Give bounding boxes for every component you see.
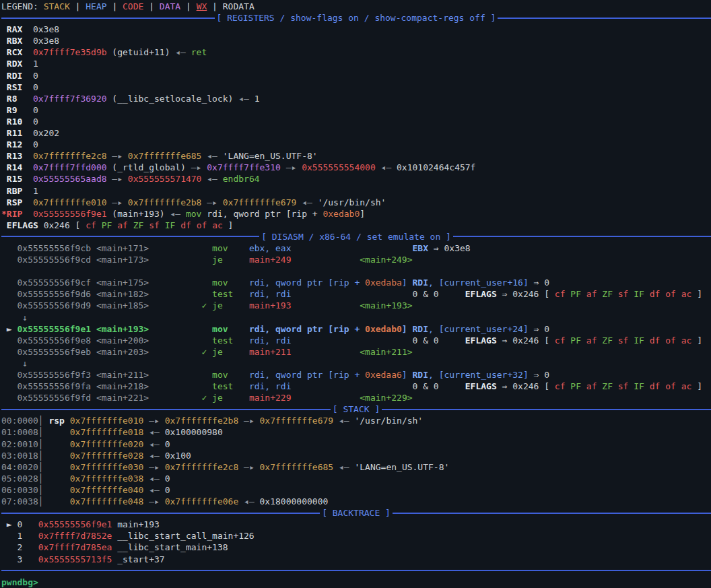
text-token: 0x55555556f9e1 (33, 209, 107, 219)
text-token: 'LANG=en_US.UTF-8' (354, 462, 449, 472)
text-token: 0x7fffffffe2c8 (33, 151, 107, 161)
text-token (149, 289, 212, 299)
text-token: ] (360, 209, 365, 219)
text-token (1, 370, 17, 380)
stack-line: 07:0038│ 0x7fffffffe048 —▸ 0x7fffffffe06… (1, 496, 711, 507)
disasm-line: 0x55555556f9cf <main+175> mov rdi, qword… (1, 277, 711, 288)
text-token: │ (38, 439, 70, 449)
text-token: R11 (1, 128, 33, 138)
section-header-stack: [ STACK ] (1, 403, 711, 415)
text-token: 0x7fffffffe679 (260, 416, 334, 426)
text-token (1, 255, 17, 265)
text-token: IF (165, 220, 180, 230)
prompt-label[interactable]: pwndbg> (1, 577, 38, 587)
text-token: *RIP (1, 209, 33, 219)
text-token (223, 347, 249, 357)
text-token (228, 277, 249, 288)
text-token: <main+182> (91, 289, 149, 299)
disasm-line: 0x55555556f9e8 <main+200> test rdi, rdi … (1, 335, 711, 346)
text-token: 0x3e8 (33, 36, 59, 46)
registers-line: RCX 0x7ffff7e35d9b (getuid+11) ◂— ret (1, 46, 711, 58)
text-token: ] (402, 370, 407, 380)
text-token: 0xedaa6 (365, 370, 402, 380)
stack-line: 02:0010│ 0x7fffffffe020 ◂— 0 (1, 438, 711, 450)
text-token: ◂— (333, 416, 354, 426)
text-token: 0x7fffffffe018 (70, 427, 144, 437)
text-token (149, 393, 201, 403)
text-token: │ (38, 473, 70, 484)
registers-line: R11 0x202 (1, 127, 711, 139)
text-token: cf (555, 289, 570, 299)
text-token: cf (555, 335, 570, 346)
text-token: ◂— (143, 451, 164, 461)
text-token: <main+193> (91, 324, 149, 334)
text-token: 0x7ffff7e35d9b (33, 47, 107, 57)
text-token (149, 324, 212, 334)
text-token: ] (691, 335, 702, 346)
text-token: 0x55555556f9cd (17, 255, 91, 265)
stack-line: 00:0000│ rsp 0x7fffffffe010 —▸ 0x7ffffff… (1, 415, 711, 426)
text-token: (_rtld_global) (107, 162, 191, 172)
text-token: <main+171> (91, 243, 149, 253)
text-token (1, 243, 17, 253)
text-token: sf (618, 381, 634, 391)
text-token: <main+221> (91, 393, 149, 403)
text-token: RBX (1, 36, 33, 46)
text-token: 0 (17, 519, 38, 529)
text-token (1, 277, 17, 288)
text-token: | (143, 1, 159, 11)
section-title: [ DISASM / x86-64 / set emulate on ] (259, 232, 453, 242)
text-token: 0 (33, 105, 38, 115)
text-token: R12 (1, 139, 33, 150)
text-token (1, 300, 17, 311)
text-token: 0x100 (165, 451, 191, 461)
text-token: 0x555555554000 (302, 162, 376, 172)
text-token: ebx, eax (249, 243, 292, 253)
text-token: cf (86, 220, 101, 230)
disasm-line: ↓ (1, 358, 711, 369)
text-token: ✓ je (201, 300, 222, 311)
text-token: 0x55555556f9cb (17, 243, 91, 253)
text-token (223, 300, 249, 311)
text-token: 1 (255, 94, 260, 104)
text-token: mov (212, 324, 228, 334)
text-token: │ (38, 416, 49, 426)
text-token: test (212, 335, 233, 346)
text-token: sf (618, 289, 634, 299)
divider-line (453, 236, 711, 237)
text-token (439, 335, 465, 346)
text-token: IF (634, 335, 649, 346)
text-token: | (107, 1, 123, 11)
text-token: 0x7fffffffe048 (70, 496, 144, 507)
text-token: RODATA (223, 1, 255, 11)
text-token: test (212, 289, 233, 299)
text-token (223, 255, 249, 265)
text-token: 0x55555556f9d9 (17, 300, 91, 311)
text-token: main+193 (112, 519, 159, 529)
text-token: 0x7fffffffe010 (33, 197, 107, 207)
text-token: mov (212, 370, 228, 380)
text-token: ◂— (143, 485, 164, 495)
text-token: —▸ (238, 462, 259, 472)
section-title: [ REGISTERS / show-flags on / show-compa… (215, 13, 498, 23)
text-token (149, 255, 212, 265)
backtrace-line: ► 0 0x55555556f9e1 main+193 (1, 519, 711, 530)
text-token (292, 243, 413, 253)
text-token: 1 (1, 531, 38, 541)
text-token: RSI (1, 82, 33, 92)
text-token: 0x55555556f9e1 (38, 519, 112, 529)
text-token: IF (634, 381, 649, 391)
registers-line: EFLAGS 0x246 [ cf PF af ZF sf IF df of a… (1, 220, 711, 231)
prompt-line[interactable]: pwndbg> (1, 577, 711, 588)
registers-line: R14 0x7ffff7ffd000 (_rtld_global) —▸ 0x7… (1, 162, 711, 173)
registers-line: R8 0x7ffff7f36920 (__libc_setlocale_lock… (1, 93, 711, 104)
text-token: ◂— (201, 174, 222, 184)
text-token: 0 (165, 485, 170, 495)
text-token: —▸ (281, 162, 302, 172)
registers-line: R13 0x7fffffffe2c8 —▸ 0x7fffffffe685 ◂— … (1, 150, 711, 162)
text-token: <main+211> (360, 347, 412, 357)
text-token: RAX (1, 24, 33, 34)
bottom-divider (1, 565, 711, 577)
text-token (233, 289, 248, 299)
text-token: af (586, 289, 602, 299)
